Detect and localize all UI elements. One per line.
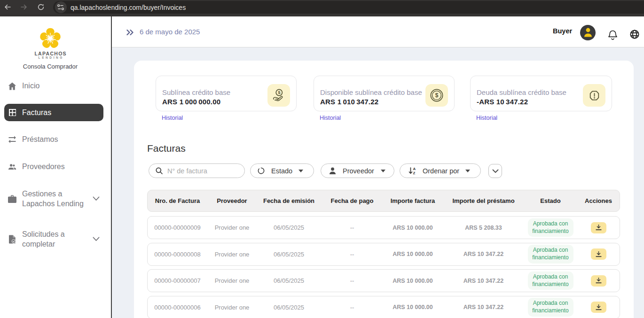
svg-text:Z: Z [413,171,416,175]
svg-text:A: A [413,167,416,171]
svg-text:$: $ [278,90,281,95]
svg-text:$: $ [435,92,439,99]
